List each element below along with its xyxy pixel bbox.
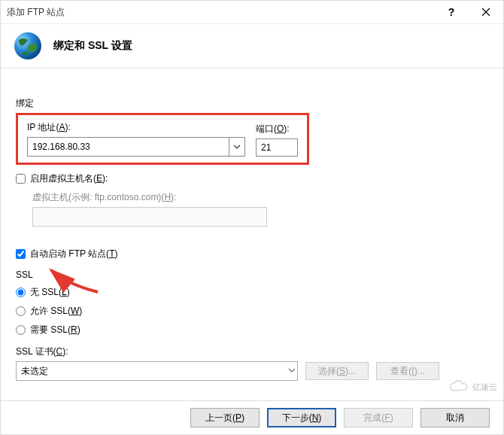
ip-input[interactable]: [28, 138, 229, 156]
enable-virtual-host-label: 启用虚拟主机名(E):: [30, 172, 108, 185]
enable-virtual-host-row[interactable]: 启用虚拟主机名(E):: [16, 172, 488, 185]
globe-icon: [13, 31, 43, 61]
virtual-host-input: [32, 207, 267, 227]
cert-select-button: 选择(S)...: [305, 362, 369, 380]
cert-row: 未选定 选择(S)... 查看(I)...: [16, 361, 488, 381]
ssl-none-label: 无 SSL(L): [30, 286, 70, 299]
virtual-host-subblock: 虚拟主机(示例: ftp.contoso.com)(H):: [32, 191, 488, 227]
auto-start-checkbox[interactable]: [16, 249, 26, 259]
ssl-none-radio[interactable]: [16, 287, 26, 297]
ssl-allow-row[interactable]: 允许 SSL(W): [16, 305, 488, 318]
prev-button[interactable]: 上一页(P): [190, 408, 260, 427]
cert-selected-value: 未选定: [21, 365, 48, 378]
cancel-button[interactable]: 取消: [421, 408, 490, 427]
title-bar: 添加 FTP 站点 ?: [1, 1, 503, 24]
port-label: 端口(O):: [256, 123, 298, 135]
ssl-none-row[interactable]: 无 SSL(L): [16, 286, 488, 299]
auto-start-row[interactable]: 自动启动 FTP 站点(T): [16, 248, 488, 260]
ssl-allow-radio[interactable]: [16, 306, 26, 316]
enable-virtual-host-checkbox[interactable]: [16, 174, 26, 184]
page-title: 绑定和 SSL 设置: [53, 39, 132, 53]
wizard-footer: 上一页(P) 下一步(N) 完成(F) 取消: [1, 400, 503, 434]
ssl-section: SSL 无 SSL(L) 允许 SSL(W) 需要 SSL(R) SSL 证书(…: [16, 269, 488, 381]
wizard-window: 添加 FTP 站点 ? 绑定和 SSL 设置 绑定: [0, 0, 504, 435]
auto-start-label: 自动启动 FTP 站点(T): [30, 248, 117, 260]
binding-highlight-box: IP 地址(A): 端口(O):: [16, 113, 309, 165]
port-field: 端口(O):: [256, 123, 298, 157]
ip-field: IP 地址(A):: [27, 121, 245, 157]
cert-view-button: 查看(I)...: [376, 362, 439, 380]
ip-combo[interactable]: [27, 137, 245, 157]
port-input[interactable]: [256, 138, 298, 157]
ssl-section-label: SSL: [16, 269, 488, 280]
window-buttons: ?: [434, 1, 503, 23]
cert-select[interactable]: 未选定: [16, 361, 298, 381]
ssl-require-radio[interactable]: [16, 325, 26, 335]
binding-section-label: 绑定: [16, 97, 488, 110]
ssl-allow-label: 允许 SSL(W): [30, 305, 82, 318]
next-button[interactable]: 下一步(N): [267, 408, 336, 427]
help-icon[interactable]: ?: [434, 1, 469, 23]
wizard-body: 绑定 IP 地址(A): 端口(O): 启用虚拟主机名(E): 虚拟主机(: [1, 70, 503, 400]
ip-dropdown-button[interactable]: [229, 138, 244, 156]
ssl-require-row[interactable]: 需要 SSL(R): [16, 324, 488, 336]
watermark-text: 亿速云: [472, 382, 497, 393]
chevron-down-icon: [288, 366, 296, 376]
watermark: 亿速云: [448, 380, 497, 394]
ssl-require-label: 需要 SSL(R): [30, 324, 80, 336]
virtual-host-hint-label: 虚拟主机(示例: ftp.contoso.com)(H):: [32, 191, 488, 204]
window-title: 添加 FTP 站点: [7, 6, 65, 19]
wizard-header: 绑定和 SSL 设置: [1, 24, 503, 68]
ip-label: IP 地址(A):: [27, 121, 245, 134]
cert-label: SSL 证书(C):: [16, 345, 488, 358]
cloud-icon: [448, 380, 469, 394]
finish-button: 完成(F): [344, 408, 413, 427]
close-icon[interactable]: [469, 1, 503, 23]
svg-point-0: [14, 32, 41, 59]
